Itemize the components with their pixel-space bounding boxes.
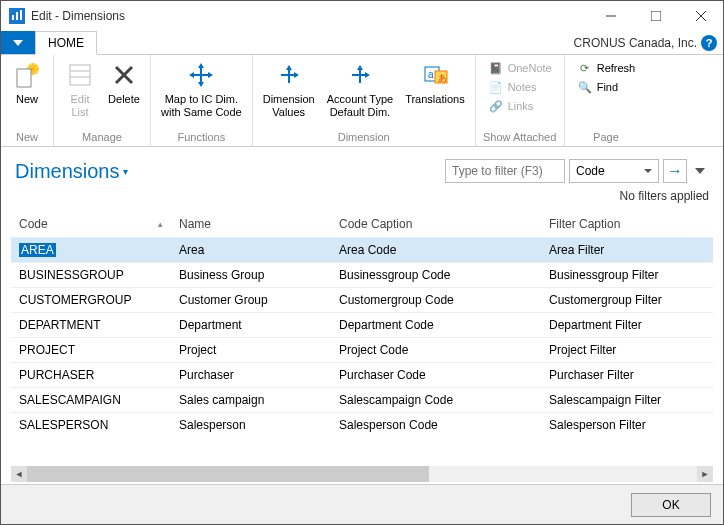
cell-name[interactable]: Business Group [171,268,331,282]
cell-name[interactable]: Sales campaign [171,393,331,407]
group-attached-label: Show Attached [480,129,560,146]
delete-label: Delete [108,93,140,106]
cell-name[interactable]: Project [171,343,331,357]
edit-list-icon [64,59,96,91]
cell-filter[interactable]: Customergroup Filter [541,293,713,307]
group-page: ⟳Refresh 🔍Find Page [565,55,648,146]
dim-values-button[interactable]: Dimension Values [257,57,321,121]
filter-input[interactable] [445,159,565,183]
find-button[interactable]: 🔍Find [573,78,640,96]
cell-name[interactable]: Area [171,243,331,257]
scroll-right-button[interactable]: ► [697,466,713,482]
ribbon-tabs: HOME CRONUS Canada, Inc. ? [1,31,723,55]
cell-caption[interactable]: Purchaser Code [331,368,541,382]
table-row[interactable]: PURCHASERPurchaserPurchaser CodePurchase… [11,362,713,387]
col-header-caption[interactable]: Code Caption [331,217,541,231]
scroll-thumb[interactable] [27,466,429,482]
cell-code[interactable]: BUSINESSGROUP [11,268,171,282]
cell-name[interactable]: Department [171,318,331,332]
scroll-left-button[interactable]: ◄ [11,466,27,482]
cell-caption[interactable]: Salescampaign Code [331,393,541,407]
table-row[interactable]: CUSTOMERGROUPCustomer GroupCustomergroup… [11,287,713,312]
help-icon[interactable]: ? [701,35,717,51]
svg-marker-20 [294,72,299,78]
acct-default-label: Account Type Default Dim. [327,93,393,119]
col-header-name[interactable]: Name [171,217,331,231]
cell-filter[interactable]: Salescampaign Filter [541,393,713,407]
cell-caption[interactable]: Businessgroup Code [331,268,541,282]
cell-filter[interactable]: Department Filter [541,318,713,332]
dim-values-label: Dimension Values [263,93,315,119]
cell-name[interactable]: Purchaser [171,368,331,382]
acct-default-icon [344,59,376,91]
cell-name[interactable]: Salesperson [171,418,331,432]
cell-code[interactable]: CUSTOMERGROUP [11,293,171,307]
cell-filter[interactable]: Project Filter [541,343,713,357]
filter-go-button[interactable]: → [663,159,687,183]
new-button[interactable]: New [5,57,49,108]
cell-code[interactable]: DEPARTMENT [11,318,171,332]
filter-field-select[interactable]: Code [569,159,659,183]
cell-filter[interactable]: Purchaser Filter [541,368,713,382]
svg-marker-21 [357,65,363,70]
acct-default-button[interactable]: Account Type Default Dim. [321,57,399,121]
cell-caption[interactable]: Project Code [331,343,541,357]
ok-button[interactable]: OK [631,493,711,517]
cell-caption[interactable]: Salesperson Code [331,418,541,432]
table-row[interactable]: SALESPERSONSalespersonSalesperson CodeSa… [11,412,713,437]
cell-filter[interactable]: Area Filter [541,243,713,257]
app-icon [9,8,25,24]
maximize-button[interactable] [633,1,678,31]
group-new: New New [1,55,54,146]
horizontal-scrollbar[interactable]: ◄ ► [11,466,713,482]
col-header-code[interactable]: Code▴ [11,217,171,231]
col-header-filter[interactable]: Filter Caption [541,217,713,231]
notes-icon: 📄 [488,79,504,95]
find-label: Find [597,81,618,93]
map-ic-label: Map to IC Dim. with Same Code [161,93,242,119]
map-ic-button[interactable]: Map to IC Dim. with Same Code [155,57,248,121]
cell-code[interactable]: SALESCAMPAIGN [11,393,171,407]
filter-expand-button[interactable] [691,159,709,183]
translations-button[interactable]: aあ Translations [399,57,471,108]
table-row[interactable]: PROJECTProjectProject CodeProject Filter [11,337,713,362]
minimize-button[interactable] [588,1,633,31]
svg-marker-27 [695,168,705,174]
sort-indicator-icon: ▴ [158,219,163,229]
refresh-icon: ⟳ [577,60,593,76]
cell-caption[interactable]: Customergroup Code [331,293,541,307]
company-name: CRONUS Canada, Inc. ? [574,31,723,54]
ribbon: New New Edit List Delete Manage Map to I… [1,55,723,147]
cell-code[interactable]: AREA [11,243,171,257]
refresh-label: Refresh [597,62,636,74]
col-header-code-label: Code [19,217,48,231]
edit-list-button: Edit List [58,57,102,121]
page-title[interactable]: Dimensions ▾ [15,160,128,183]
group-attached: 📓OneNote 📄Notes 🔗Links Show Attached [476,55,565,146]
cell-caption[interactable]: Department Code [331,318,541,332]
close-button[interactable] [678,1,723,31]
filter-area: Code → [445,159,709,183]
cell-code[interactable]: SALESPERSON [11,418,171,432]
cell-code[interactable]: PROJECT [11,343,171,357]
map-ic-icon [185,59,217,91]
notes-button: 📄Notes [484,78,556,96]
cell-caption[interactable]: Area Code [331,243,541,257]
refresh-button[interactable]: ⟳Refresh [573,59,640,77]
table-row[interactable]: DEPARTMENTDepartmentDepartment CodeDepar… [11,312,713,337]
svg-marker-19 [286,65,292,70]
cell-name[interactable]: Customer Group [171,293,331,307]
table-row[interactable]: AREAAreaArea CodeArea Filter [11,237,713,262]
onenote-button: 📓OneNote [484,59,556,77]
scroll-track[interactable] [27,466,697,482]
table-row[interactable]: BUSINESSGROUPBusiness GroupBusinessgroup… [11,262,713,287]
group-dimension: Dimension Values Account Type Default Di… [253,55,476,146]
home-tab[interactable]: HOME [35,31,97,55]
table-row[interactable]: SALESCAMPAIGNSales campaignSalescampaign… [11,387,713,412]
cell-code[interactable]: PURCHASER [11,368,171,382]
cell-filter[interactable]: Salesperson Filter [541,418,713,432]
cell-filter[interactable]: Businessgroup Filter [541,268,713,282]
footer: OK [1,484,723,524]
delete-button[interactable]: Delete [102,57,146,108]
file-tab[interactable] [1,31,35,54]
